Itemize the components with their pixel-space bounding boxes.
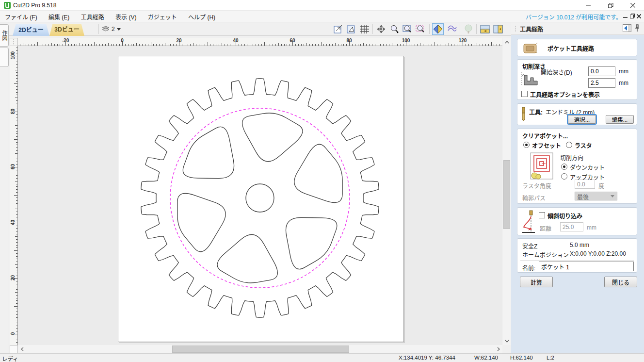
- start-depth-unit: mm: [619, 68, 628, 75]
- toolbar-row: 2Dビュー 3Dビュー 2: [0, 22, 511, 36]
- preview-toolpaths-icon[interactable]: [446, 23, 458, 35]
- toolpath-name-input[interactable]: [539, 262, 634, 271]
- menu-toolpaths[interactable]: 工具経路: [76, 11, 109, 23]
- raster-angle-input: [575, 180, 595, 189]
- gear-spoke-cutout[interactable]: [242, 113, 303, 162]
- selected-pocket-circle[interactable]: [170, 108, 350, 288]
- close-panel-button[interactable]: 閉じる: [604, 277, 637, 287]
- mdi-close-button[interactable]: [636, 12, 642, 20]
- scroll-right-button[interactable]: [495, 345, 502, 353]
- menu-edit[interactable]: 編集 (E): [44, 11, 74, 23]
- ruler-label: 40: [10, 218, 16, 226]
- clear-pocket-box: クリアポケット... オフセット ラスタ 切削方向 ダウンカット アップカット …: [517, 129, 637, 204]
- ruler-label: -20: [62, 38, 69, 43]
- ramp-distance-input: [560, 222, 583, 231]
- menu-file[interactable]: ファイル (F): [0, 11, 42, 23]
- profile-pass-value: 最後: [577, 194, 589, 201]
- tool-box: 工具: エンドミル (2 mm) 選択... 編集...: [517, 103, 637, 125]
- menu-help[interactable]: ヘルプ (H): [183, 11, 220, 23]
- title-bar: Cut2D Pro 9.518: [0, 0, 644, 11]
- calculate-button[interactable]: 計算: [520, 277, 553, 287]
- split-vertical-icon[interactable]: [492, 23, 504, 35]
- close-button[interactable]: [622, 0, 644, 11]
- chevron-down-icon: [117, 28, 121, 31]
- update-notice-link[interactable]: バージョン 10.012 が利用可能です。: [526, 13, 622, 21]
- gear-vector[interactable]: [18, 46, 502, 345]
- canvas-viewport[interactable]: [18, 46, 502, 345]
- horizontal-scrollbar[interactable]: [18, 345, 502, 353]
- side-tab-secondary[interactable]: [0, 48, 9, 67]
- gear-spoke-cutout[interactable]: [183, 127, 234, 178]
- application-window: Cut2D Pro 9.518 ファイル (F) 編集 (E) 工具経路 表示 …: [0, 0, 644, 362]
- ruler-label: 100: [10, 52, 16, 60]
- ruler-label: 40: [233, 38, 238, 43]
- scroll-left-button[interactable]: [18, 345, 26, 353]
- layer-selector[interactable]: 2: [102, 24, 121, 34]
- show-toolpath-options-checkbox[interactable]: [521, 91, 528, 97]
- zoom-selected-icon[interactable]: [415, 23, 426, 35]
- minimize-button[interactable]: [577, 0, 599, 11]
- selection-layers: L:2: [547, 355, 554, 361]
- zoom-box-icon[interactable]: [402, 23, 413, 35]
- tool-select-button[interactable]: 選択...: [568, 115, 596, 124]
- scroll-down-button[interactable]: [503, 337, 511, 345]
- 3d-view-icon[interactable]: [463, 23, 474, 35]
- restore-button[interactable]: [599, 0, 622, 11]
- vertical-scrollbar[interactable]: [503, 38, 511, 345]
- zoom-drawing-icon[interactable]: [346, 23, 357, 35]
- panel-drag-handle[interactable]: [515, 25, 516, 32]
- menu-view[interactable]: 表示 (V): [111, 11, 141, 23]
- mdi-restore-button[interactable]: [629, 12, 635, 20]
- layers-icon: [102, 26, 110, 33]
- scroll-up-button[interactable]: [503, 38, 511, 46]
- start-depth-input[interactable]: [588, 66, 615, 76]
- layer-count: 2: [112, 26, 115, 33]
- ramp-distance-unit: mm: [587, 224, 596, 231]
- toggle-2d-3d-icon[interactable]: [432, 23, 444, 35]
- scrollbar-corner-box: [10, 345, 18, 353]
- split-horizontal-icon[interactable]: [479, 23, 491, 35]
- grid-toggle-icon[interactable]: [359, 23, 370, 35]
- cut-depth-input[interactable]: [588, 78, 615, 88]
- raster-label: ラスタ: [575, 141, 592, 149]
- ruler-vertical: 100806040200: [10, 46, 18, 345]
- ruler-horizontal: -20020406080100120: [18, 38, 502, 46]
- mdi-minimize-button[interactable]: [622, 12, 628, 20]
- clear-pocket-title: クリアポケット...: [522, 132, 568, 140]
- tool-edit-button[interactable]: 編集...: [606, 115, 634, 124]
- divider: [520, 260, 634, 261]
- offset-strategy-icon: [530, 152, 553, 180]
- gear-spoke-cutout[interactable]: [286, 217, 337, 269]
- tab-2d-view[interactable]: 2Dビュー: [13, 24, 49, 36]
- gear-hole[interactable]: [246, 184, 274, 212]
- ruler-label: 100: [402, 38, 410, 43]
- panel-title: 工具経路: [520, 25, 543, 33]
- side-tab-drawing[interactable]: 作図: [0, 24, 9, 47]
- gear-spoke-cutout[interactable]: [217, 234, 277, 283]
- end-mill-icon: [521, 107, 526, 121]
- raster-radio[interactable]: [566, 142, 572, 148]
- home-position-label: ホームポジション: [522, 250, 569, 259]
- ruler-label: 20: [10, 274, 16, 282]
- cut-direction-title: 切削方向: [560, 153, 583, 162]
- dock-panel-icon[interactable]: [623, 24, 631, 32]
- offset-radio[interactable]: [523, 142, 530, 148]
- ramp-box: 傾斜切り込み 距離 mm: [517, 207, 637, 235]
- menu-gadgets[interactable]: ガジェット: [143, 11, 182, 23]
- pan-icon[interactable]: [375, 23, 387, 35]
- depth-profile-icon: [520, 70, 539, 87]
- ramp-plunge-checkbox[interactable]: [539, 212, 545, 218]
- chevron-down-icon: [611, 195, 614, 197]
- tab-3d-view[interactable]: 3Dビュー: [49, 24, 84, 36]
- zoom-extents-icon[interactable]: [333, 23, 344, 35]
- gear-spoke-cutout[interactable]: [294, 144, 342, 202]
- pin-icon[interactable]: [634, 24, 640, 32]
- climb-cut-radio[interactable]: [561, 164, 567, 170]
- zoom-icon[interactable]: [388, 23, 400, 35]
- conventional-cut-radio[interactable]: [561, 173, 567, 180]
- horizontal-scroll-thumb[interactable]: [172, 346, 349, 353]
- gear-spoke-cutout[interactable]: [177, 193, 225, 251]
- vertical-scroll-thumb[interactable]: [503, 160, 510, 229]
- selection-width: W:62.140: [474, 355, 498, 361]
- pocket-toolpath-title: ポケット工具経路: [547, 44, 594, 52]
